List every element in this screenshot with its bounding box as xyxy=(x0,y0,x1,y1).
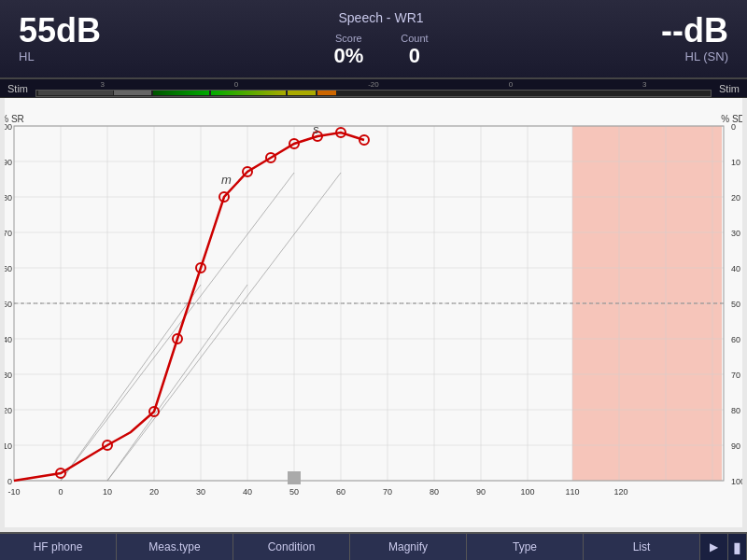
count-label: Count xyxy=(401,33,428,44)
svg-text:100: 100 xyxy=(731,477,742,486)
vu-bar: Stim 3 0 -20 0 3 Stim xyxy=(0,79,747,98)
svg-text:70: 70 xyxy=(5,229,12,238)
svg-text:110: 110 xyxy=(565,487,579,497)
header-left: 55dB HL xyxy=(19,14,101,63)
magnify-button[interactable]: Magnify xyxy=(350,534,467,560)
svg-text:120: 120 xyxy=(613,487,627,497)
sn-value: --dB xyxy=(661,14,728,48)
chart-container: % SR 100 90 80 70 60 50 40 30 20 10 0 % … xyxy=(0,98,747,560)
score-count: Score 0% Count 0 xyxy=(333,33,428,68)
end-button[interactable]: ▮ xyxy=(728,534,747,560)
svg-text:20: 20 xyxy=(731,193,740,203)
svg-text:0: 0 xyxy=(58,487,63,497)
svg-text:40: 40 xyxy=(5,335,12,344)
header-right: --dB HL (SN) xyxy=(661,14,728,63)
svg-text:10: 10 xyxy=(731,158,740,167)
sn-label: HL (SN) xyxy=(685,49,728,63)
svg-text:90: 90 xyxy=(731,441,740,451)
svg-line-69 xyxy=(107,285,247,481)
type-button[interactable]: Type xyxy=(467,534,584,560)
hf-phone-button[interactable]: HF phone xyxy=(0,534,117,560)
svg-text:70: 70 xyxy=(731,371,740,380)
list-button[interactable]: List xyxy=(584,534,700,560)
title: Speech - WR1 xyxy=(339,10,424,25)
svg-text:70: 70 xyxy=(383,487,392,497)
svg-line-66 xyxy=(61,285,201,481)
svg-text:60: 60 xyxy=(5,264,12,273)
svg-line-68 xyxy=(107,173,341,481)
next-arrow-button[interactable]: ▶ xyxy=(700,534,728,560)
svg-text:80: 80 xyxy=(430,487,439,497)
svg-text:10: 10 xyxy=(5,441,12,451)
svg-text:0: 0 xyxy=(731,122,736,132)
vu-stim-left: Stim xyxy=(7,83,28,94)
svg-text:50: 50 xyxy=(289,487,299,497)
svg-text:20: 20 xyxy=(5,406,12,415)
svg-text:100: 100 xyxy=(5,122,12,132)
hl-value: 55dB xyxy=(19,14,101,48)
header: 55dB HL Speech - WR1 Score 0% Count 0 --… xyxy=(0,0,747,79)
meas-type-button[interactable]: Meas.type xyxy=(117,534,233,560)
svg-text:0: 0 xyxy=(7,477,12,486)
svg-text:10: 10 xyxy=(103,487,112,497)
svg-text:m: m xyxy=(221,173,232,187)
svg-text:30: 30 xyxy=(196,487,205,497)
svg-text:20: 20 xyxy=(149,487,159,497)
svg-text:60: 60 xyxy=(731,335,740,344)
svg-text:90: 90 xyxy=(476,487,486,497)
svg-text:s: s xyxy=(313,122,319,136)
svg-text:-10: -10 xyxy=(7,487,20,497)
svg-text:40: 40 xyxy=(243,487,252,497)
svg-text:80: 80 xyxy=(731,406,740,415)
score-label: Score xyxy=(335,33,362,44)
count-block: Count 0 xyxy=(401,33,428,68)
svg-text:90: 90 xyxy=(5,158,12,167)
svg-text:30: 30 xyxy=(5,371,12,380)
svg-text:80: 80 xyxy=(5,193,12,203)
vu-stim-right: Stim xyxy=(719,83,740,94)
svg-text:50: 50 xyxy=(731,300,740,309)
header-center: Speech - WR1 Score 0% Count 0 xyxy=(333,10,428,68)
cursor-marker xyxy=(288,471,301,484)
score-value: 0% xyxy=(333,44,363,68)
svg-text:100: 100 xyxy=(520,487,534,497)
score-block: Score 0% xyxy=(333,33,363,68)
hl-label: HL xyxy=(19,49,35,63)
svg-text:60: 60 xyxy=(336,487,345,497)
svg-text:30: 30 xyxy=(731,229,740,238)
chart-svg: % SR 100 90 80 70 60 50 40 30 20 10 0 % … xyxy=(5,98,742,527)
count-value: 0 xyxy=(409,44,420,68)
svg-line-67 xyxy=(61,173,294,481)
condition-button[interactable]: Condition xyxy=(233,534,350,560)
toolbar: HF phone Meas.type Condition Magnify Typ… xyxy=(0,532,747,560)
svg-text:40: 40 xyxy=(731,264,740,273)
svg-text:50: 50 xyxy=(5,300,12,309)
